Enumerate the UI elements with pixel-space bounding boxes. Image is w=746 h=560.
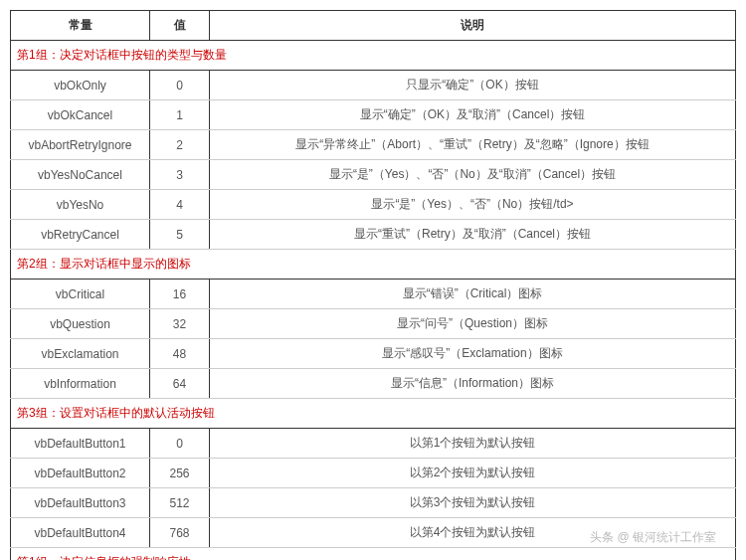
cell-value: 5 bbox=[150, 220, 210, 250]
table-row: vbCritical16显示“错误”（Critical）图标 bbox=[11, 280, 736, 309]
cell-const: vbRetryCancel bbox=[11, 220, 150, 250]
cell-const: vbOkCancel bbox=[11, 100, 150, 130]
table-row: vbAbortRetryIgnore2显示“异常终止”（Abort）、“重试”（… bbox=[11, 130, 736, 160]
cell-const: vbInformation bbox=[11, 369, 150, 399]
cell-value: 3 bbox=[150, 160, 210, 190]
table-header-row: 常量 值 说明 bbox=[11, 11, 736, 41]
table-row: vbYesNoCancel3显示“是”（Yes）、“否”（No）及“取消”（Ca… bbox=[11, 160, 736, 190]
cell-value: 48 bbox=[150, 339, 210, 369]
cell-value: 512 bbox=[150, 488, 210, 518]
group-header: 第1组：决定信息框的强制响应性 bbox=[11, 548, 736, 561]
header-const: 常量 bbox=[11, 11, 150, 41]
table-row: vbYesNo4显示“是”（Yes）、“否”（No）按钮/td> bbox=[11, 190, 736, 220]
cell-value: 0 bbox=[150, 71, 210, 100]
cell-const: vbQuestion bbox=[11, 309, 150, 339]
cell-desc: 以第3个按钮为默认按钮 bbox=[210, 488, 736, 518]
cell-value: 768 bbox=[150, 518, 210, 548]
cell-desc: 显示“感叹号”（Exclamation）图标 bbox=[210, 339, 736, 369]
table-row: vbDefaultButton2256以第2个按钮为默认按钮 bbox=[11, 459, 736, 488]
table-row: vbOkOnly0只显示“确定”（OK）按钮 bbox=[11, 71, 736, 100]
group-title: 第2组：显示对话框中显示的图标 bbox=[11, 250, 736, 280]
cell-const: vbDefaultButton4 bbox=[11, 518, 150, 548]
cell-value: 2 bbox=[150, 130, 210, 160]
cell-const: vbOkOnly bbox=[11, 71, 150, 100]
cell-desc: 以第1个按钮为默认按钮 bbox=[210, 429, 736, 459]
cell-desc: 显示“信息”（Information）图标 bbox=[210, 369, 736, 399]
cell-desc: 显示“重试”（Retry）及“取消”（Cancel）按钮 bbox=[210, 220, 736, 250]
cell-const: vbExclamation bbox=[11, 339, 150, 369]
cell-desc: 显示“问号”（Question）图标 bbox=[210, 309, 736, 339]
cell-desc: 显示“是”（Yes）、“否”（No）及“取消”（Cancel）按钮 bbox=[210, 160, 736, 190]
table-row: vbDefaultButton4768以第4个按钮为默认按钮 bbox=[11, 518, 736, 548]
constants-table: 常量 值 说明 第1组：决定对话框中按钮的类型与数量vbOkOnly0只显示“确… bbox=[10, 10, 736, 560]
cell-desc: 显示“异常终止”（Abort）、“重试”（Retry）及“忽略”（Ignore）… bbox=[210, 130, 736, 160]
group-header: 第3组：设置对话框中的默认活动按钮 bbox=[11, 399, 736, 429]
header-desc: 说明 bbox=[210, 11, 736, 41]
table-row: vbExclamation48显示“感叹号”（Exclamation）图标 bbox=[11, 339, 736, 369]
cell-value: 4 bbox=[150, 190, 210, 220]
group-header: 第1组：决定对话框中按钮的类型与数量 bbox=[11, 41, 736, 71]
cell-value: 256 bbox=[150, 459, 210, 488]
group-title: 第1组：决定信息框的强制响应性 bbox=[11, 548, 736, 561]
cell-value: 32 bbox=[150, 309, 210, 339]
cell-value: 16 bbox=[150, 280, 210, 309]
cell-const: vbYesNo bbox=[11, 190, 150, 220]
cell-desc: 只显示“确定”（OK）按钮 bbox=[210, 71, 736, 100]
table-row: vbInformation64显示“信息”（Information）图标 bbox=[11, 369, 736, 399]
cell-const: vbDefaultButton1 bbox=[11, 429, 150, 459]
table-row: vbDefaultButton3512以第3个按钮为默认按钮 bbox=[11, 488, 736, 518]
cell-desc: 以第4个按钮为默认按钮 bbox=[210, 518, 736, 548]
group-title: 第1组：决定对话框中按钮的类型与数量 bbox=[11, 41, 736, 71]
table-row: vbRetryCancel5显示“重试”（Retry）及“取消”（Cancel）… bbox=[11, 220, 736, 250]
table-row: vbDefaultButton10以第1个按钮为默认按钮 bbox=[11, 429, 736, 459]
cell-desc: 显示“确定”（OK）及“取消”（Cancel）按钮 bbox=[210, 100, 736, 130]
cell-value: 1 bbox=[150, 100, 210, 130]
cell-const: vbYesNoCancel bbox=[11, 160, 150, 190]
cell-desc: 以第2个按钮为默认按钮 bbox=[210, 459, 736, 488]
group-header: 第2组：显示对话框中显示的图标 bbox=[11, 250, 736, 280]
cell-value: 0 bbox=[150, 429, 210, 459]
cell-desc: 显示“错误”（Critical）图标 bbox=[210, 280, 736, 309]
cell-const: vbCritical bbox=[11, 280, 150, 309]
table-row: vbQuestion32显示“问号”（Question）图标 bbox=[11, 309, 736, 339]
cell-const: vbAbortRetryIgnore bbox=[11, 130, 150, 160]
group-title: 第3组：设置对话框中的默认活动按钮 bbox=[11, 399, 736, 429]
table-row: vbOkCancel1显示“确定”（OK）及“取消”（Cancel）按钮 bbox=[11, 100, 736, 130]
header-value: 值 bbox=[150, 11, 210, 41]
cell-const: vbDefaultButton3 bbox=[11, 488, 150, 518]
cell-value: 64 bbox=[150, 369, 210, 399]
cell-const: vbDefaultButton2 bbox=[11, 459, 150, 488]
cell-desc: 显示“是”（Yes）、“否”（No）按钮/td> bbox=[210, 190, 736, 220]
